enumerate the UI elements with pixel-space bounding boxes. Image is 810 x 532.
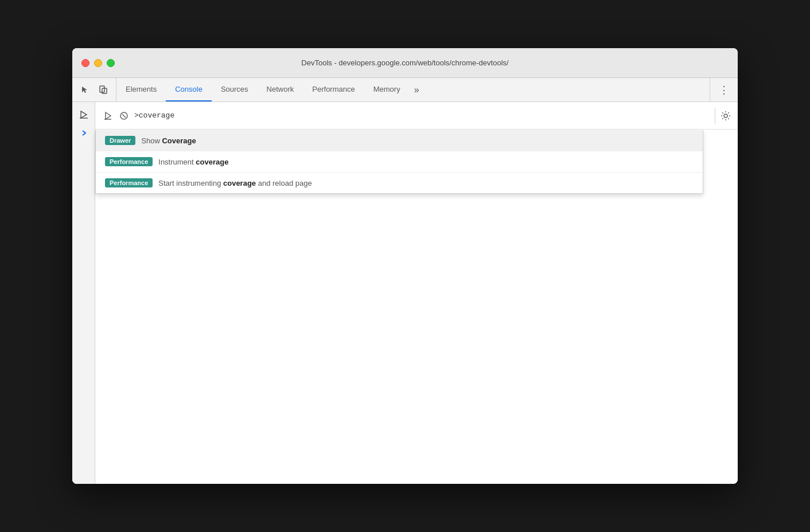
- autocomplete-text-0: Show Coverage: [141, 136, 196, 145]
- inspect-element-button[interactable]: [77, 82, 93, 98]
- play-triangle-icon: [103, 111, 112, 120]
- window-title: DevTools - developers.google.com/web/too…: [301, 58, 508, 67]
- traffic-lights: [81, 59, 115, 67]
- gear-icon: [721, 111, 731, 121]
- toolbar-icons: [72, 78, 116, 101]
- chevron-right-icon: [80, 130, 87, 136]
- autocomplete-item-2[interactable]: Performance Start instrumenting coverage…: [96, 173, 703, 193]
- tab-elements[interactable]: Elements: [116, 78, 166, 101]
- tabs-overflow-button[interactable]: »: [410, 78, 424, 101]
- device-icon: [99, 85, 108, 95]
- console-input-row: [95, 102, 738, 130]
- svg-marker-2: [81, 111, 87, 118]
- devtools-toolbar: Elements Console Sources Network Perform…: [72, 78, 738, 102]
- clear-console-button[interactable]: [118, 110, 130, 122]
- autocomplete-text-2: Start instrumenting coverage and reload …: [158, 179, 311, 187]
- console-settings-button[interactable]: [715, 108, 731, 124]
- close-button[interactable]: [81, 59, 89, 67]
- tab-performance[interactable]: Performance: [303, 78, 364, 101]
- console-sidebar: [72, 102, 95, 484]
- maximize-button[interactable]: [107, 59, 115, 67]
- console-main: Drawer Show Coverage Performance Instrum…: [95, 102, 738, 484]
- more-menu-button[interactable]: ⋮: [716, 82, 732, 98]
- cursor-icon: [80, 85, 89, 95]
- svg-point-8: [724, 114, 727, 118]
- badge-performance-1: Performance: [105, 157, 153, 166]
- run-snippets-button[interactable]: [76, 107, 92, 123]
- tabs: Elements Console Sources Network Perform…: [116, 78, 710, 101]
- execute-button[interactable]: [102, 110, 114, 122]
- minimize-button[interactable]: [94, 59, 102, 67]
- autocomplete-item-0[interactable]: Drawer Show Coverage: [96, 130, 703, 151]
- sidebar-expand-button[interactable]: [80, 130, 87, 138]
- console-input[interactable]: [134, 111, 715, 120]
- svg-marker-4: [106, 112, 111, 119]
- play-icon: [79, 110, 88, 119]
- tab-console[interactable]: Console: [166, 78, 212, 101]
- title-bar: DevTools - developers.google.com/web/too…: [72, 48, 738, 78]
- console-left-icons: [102, 110, 130, 122]
- toolbar-right: ⋮: [710, 78, 738, 101]
- badge-performance-2: Performance: [105, 178, 153, 187]
- autocomplete-dropdown: Drawer Show Coverage Performance Instrum…: [95, 130, 703, 194]
- devtools-window: DevTools - developers.google.com/web/too…: [72, 48, 738, 484]
- autocomplete-text-1: Instrument coverage: [158, 158, 228, 166]
- autocomplete-item-1[interactable]: Performance Instrument coverage: [96, 151, 703, 173]
- tab-memory[interactable]: Memory: [364, 78, 410, 101]
- clear-icon: [119, 111, 128, 120]
- tab-sources[interactable]: Sources: [212, 78, 258, 101]
- badge-drawer: Drawer: [105, 136, 135, 145]
- console-area: Drawer Show Coverage Performance Instrum…: [72, 102, 738, 484]
- svg-line-7: [122, 114, 126, 118]
- device-mode-button[interactable]: [95, 82, 111, 98]
- tab-network[interactable]: Network: [258, 78, 303, 101]
